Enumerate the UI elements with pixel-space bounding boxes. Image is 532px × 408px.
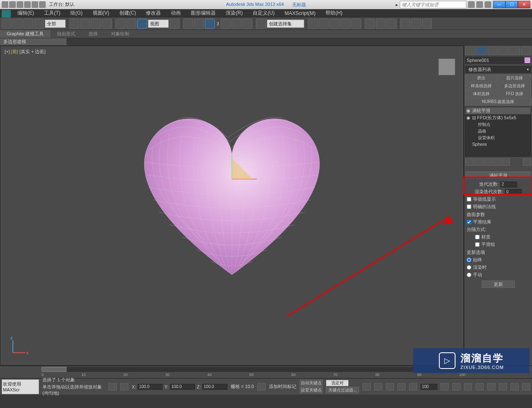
show-end-result-icon[interactable] [474, 158, 483, 166]
utilities-tab-icon[interactable] [521, 47, 531, 55]
stack-ffd-lattice[interactable]: 晶格 [466, 128, 531, 135]
modify-tab-icon[interactable] [476, 47, 487, 55]
render-setup-button[interactable] [376, 19, 386, 29]
help-search-input[interactable] [400, 1, 466, 8]
viewport-front[interactable]: [+] [前] [真实 + 边面] [0, 46, 464, 366]
y-coord-input[interactable] [170, 384, 195, 390]
z-coord-input[interactable] [202, 384, 227, 390]
zoom-icon[interactable] [452, 383, 461, 391]
select-button[interactable] [69, 19, 79, 29]
link-button[interactable] [23, 19, 33, 29]
prev-frame-icon[interactable] [374, 383, 382, 391]
workspace-label[interactable]: 工作台: 默认 [49, 1, 74, 8]
stack-turbosmooth[interactable]: ◉涡轮平滑 [466, 107, 531, 114]
open-icon[interactable] [9, 1, 16, 8]
align-button[interactable] [319, 19, 329, 29]
menu-edit[interactable]: 编辑(E) [12, 10, 39, 17]
percent-snap-button[interactable] [232, 19, 241, 29]
select-rect-button[interactable] [91, 19, 101, 29]
time-slider-thumb[interactable] [42, 367, 66, 372]
configure-sets-icon[interactable] [502, 158, 510, 166]
infocenter-icon[interactable] [468, 1, 475, 8]
pivot-button[interactable] [170, 19, 180, 29]
fov-icon[interactable] [487, 383, 495, 391]
material-checkbox[interactable] [475, 235, 480, 239]
hierarchy-tab-icon[interactable] [488, 47, 498, 55]
modifier-stack[interactable]: ◉涡轮平滑 ◉⊟ FFD(长方体) 5x5x5 控制点 晶格 设置体积 Sphe… [465, 107, 531, 157]
lock-icon[interactable] [120, 383, 128, 391]
stack-ffd-volume[interactable]: 设置体积 [466, 135, 531, 141]
menu-create[interactable]: 创建(C) [114, 10, 141, 17]
minimize-button[interactable]: — [493, 1, 505, 8]
isoline-checkbox[interactable] [467, 197, 471, 202]
save-icon[interactable] [17, 1, 23, 8]
named-sets-edit-button[interactable] [256, 19, 266, 29]
mod-btn-extrude[interactable]: 挤出 [465, 74, 498, 82]
add-time-tag-label[interactable]: 添加时间标记 [269, 383, 296, 390]
stack-ffd[interactable]: ◉⊟ FFD(长方体) 5x5x5 [466, 114, 531, 121]
app-menu-icon[interactable] [2, 10, 11, 17]
stack-sphere[interactable]: Sphere [466, 141, 531, 147]
mod-btn-spline-select[interactable]: 样条线选择 [465, 82, 498, 90]
make-unique-icon[interactable] [483, 158, 492, 166]
refcoord-dropdown[interactable]: 视图 [148, 20, 169, 28]
unlink-button[interactable] [34, 19, 44, 29]
ribbon-tab-freeform[interactable]: 自由形式 [50, 30, 82, 38]
modifier-list-dropdown[interactable]: 修改器列表 [465, 66, 531, 73]
manipulate-button[interactable] [183, 19, 193, 29]
ribbon-panel-polymod[interactable]: 多边形建模 [0, 38, 66, 46]
menu-tools[interactable]: 工具(T) [39, 10, 65, 17]
stack-config-icon[interactable] [523, 158, 531, 166]
key-filters-button[interactable]: 关键点过滤器... [326, 387, 359, 393]
autokey-button[interactable]: 自动关键点 [300, 380, 323, 386]
create-tab-icon[interactable] [465, 47, 475, 55]
motion-tab-icon[interactable] [498, 47, 509, 55]
ribbon-tab-selection[interactable]: 选择 [82, 30, 104, 38]
spinner-snap-button[interactable] [242, 19, 252, 29]
mirror-button[interactable] [308, 19, 318, 29]
object-name-field[interactable]: Sphere001 [465, 57, 531, 64]
angle-snap-button[interactable] [221, 19, 231, 29]
render-button[interactable] [411, 19, 421, 29]
menu-animation[interactable]: 动画 [166, 10, 186, 17]
link-icon[interactable] [39, 1, 46, 8]
update-always-radio[interactable] [467, 258, 471, 262]
help-icon[interactable] [485, 1, 491, 8]
mod-btn-vol-select[interactable]: 体积选择 [465, 90, 498, 98]
keyboard-shortcut-button[interactable] [194, 19, 204, 29]
menu-customize[interactable]: 自定义(U) [248, 10, 280, 17]
menu-help[interactable]: 帮助(H) [320, 10, 347, 17]
menu-rendering[interactable]: 渲染(R) [221, 10, 248, 17]
setkey-button[interactable]: 设置关键点 [300, 387, 323, 393]
close-button[interactable]: ✕ [518, 1, 530, 8]
mod-btn-nurbs-select[interactable]: NURBS 曲面选择 [465, 98, 532, 106]
scale-button[interactable] [137, 19, 147, 29]
mod-btn-poly-select[interactable]: 多边形选择 [498, 82, 532, 90]
redo-button[interactable] [12, 19, 22, 29]
ribbon-tab-paint[interactable]: 对象绘制 [104, 30, 136, 38]
update-button[interactable]: 更新 [482, 280, 515, 288]
curve-editor-button[interactable] [340, 19, 350, 29]
snap-toggle-button[interactable] [205, 19, 215, 29]
play-icon[interactable] [386, 383, 394, 391]
layers-button[interactable] [330, 19, 340, 29]
viewport-label[interactable]: [+] [前] [真实 + 边面] [5, 49, 45, 55]
render-frame-button[interactable] [387, 19, 397, 29]
star-icon[interactable] [476, 1, 483, 8]
viewcube[interactable] [438, 59, 455, 75]
maximize-viewport-icon[interactable] [522, 383, 530, 391]
time-slider-track[interactable] [42, 367, 466, 372]
update-manual-radio[interactable] [467, 273, 471, 277]
lock-selection-icon[interactable] [108, 383, 117, 391]
redo-icon[interactable] [32, 1, 38, 8]
mod-btn-ffd-select[interactable]: FFD 选择 [498, 90, 532, 98]
material-editor-button[interactable] [365, 19, 375, 29]
render-production-button[interactable] [422, 19, 432, 29]
menu-group[interactable]: 组(G) [65, 10, 87, 17]
object-color-swatch[interactable] [525, 57, 530, 63]
rotate-button[interactable] [126, 19, 136, 29]
smooth-group-checkbox[interactable] [475, 242, 480, 247]
update-render-radio[interactable] [467, 265, 471, 270]
move-button[interactable] [116, 19, 126, 29]
menu-modifiers[interactable]: 修改器 [141, 10, 166, 17]
